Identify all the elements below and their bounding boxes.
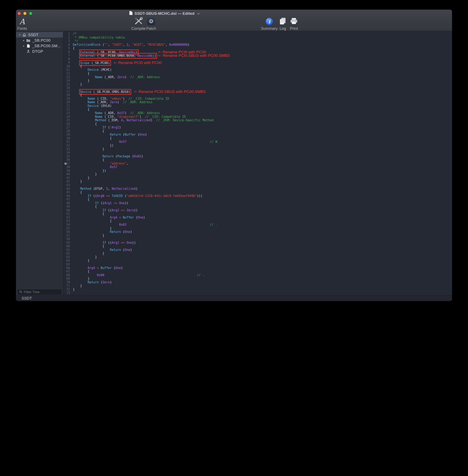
code-line: 20 Name (_ADR, Zero) // _ADR: Address	[63, 101, 452, 104]
code-line: 52 Arg4 = Buffer (One)	[63, 216, 452, 220]
code-line: 61 Return (One)	[63, 248, 452, 252]
line-number: 48	[63, 201, 71, 205]
code-line-content	[71, 58, 73, 61]
title-area: SSDT-SBUS-MCHC.dsl — Edited	[129, 10, 199, 17]
folder-icon	[26, 39, 31, 42]
line-number: 38	[63, 165, 71, 169]
info-icon: i	[266, 18, 273, 25]
sidebar: ▾SSDT▸_SB.PC00▸_SB.PC00.SM...DTGP	[16, 31, 63, 295]
code-line: 15 }	[63, 83, 452, 86]
line-number: 36	[63, 158, 71, 162]
line-number: 17	[63, 90, 71, 94]
sidebar-item-ssdt[interactable]: ▾SSDT	[16, 32, 63, 38]
line-number: 62	[63, 252, 71, 255]
line-number: 58	[63, 237, 71, 241]
code-line: 56 Return (One)	[63, 230, 452, 234]
code-editor[interactable]: 1/*2 * SMBus compatibility table.3 */4De…	[63, 31, 452, 295]
code-line-content: {	[71, 122, 97, 126]
disclosure-icon[interactable]: ▾	[18, 33, 22, 36]
status-path: SSDT	[22, 296, 32, 301]
code-line-content: }	[71, 288, 75, 292]
filter-tree-field[interactable]	[17, 289, 61, 295]
sidebar-tree: ▾SSDT▸_SB.PC00▸_SB.PC00.SM...DTGP	[16, 31, 63, 54]
zoom-button[interactable]	[29, 12, 32, 15]
code-line-content: })	[71, 144, 114, 148]
code-line-content: Device (_SB.PC00.SMBS.BUS0) <- Rename PC…	[71, 90, 206, 94]
line-number: 12	[63, 72, 71, 75]
code-line-content: {	[71, 108, 89, 111]
code-line: 31 0x57 // W	[63, 140, 452, 144]
code-line-content: }	[71, 176, 89, 180]
code-line-content: Name (_CID, "smbus") // _CID: Compatible…	[71, 97, 169, 101]
sidebar-item-sb-pc00[interactable]: ▸_SB.PC00	[16, 38, 63, 43]
sidebar-item-sb-pc00-sm[interactable]: ▸_SB.PC00.SM...	[16, 43, 63, 49]
code-line-content	[71, 86, 73, 90]
patch-button[interactable]: Patch	[142, 17, 160, 31]
code-line-content: Arg4 = Buffer (One)	[71, 216, 145, 220]
line-number: 63	[63, 255, 71, 259]
code-line-content: }	[71, 284, 82, 288]
annotation-box: External (_SB_.PC00.SMBS.BUS0, DeviceObj…	[80, 54, 156, 58]
line-number: 6	[63, 50, 71, 54]
line-number: 71	[63, 284, 71, 288]
close-button[interactable]	[18, 12, 21, 15]
code-line-content: 0x00 // .	[71, 273, 204, 277]
line-number: 61	[63, 248, 71, 252]
code-line-content: Name (_CID, "diagsvault") // _CID: Compa…	[71, 115, 186, 119]
code-line-content: {	[71, 212, 104, 216]
code-line-content	[71, 237, 73, 241]
code-line: 24 Name (_CID, "diagsvault") // _CID: Co…	[63, 115, 452, 119]
print-button[interactable]: Print	[285, 17, 303, 31]
line-number: 42	[63, 180, 71, 183]
filter-input[interactable]	[23, 290, 70, 294]
line-number: 68	[63, 273, 71, 277]
line-number: 9	[63, 61, 71, 65]
code-line-content: */	[71, 39, 78, 43]
line-number: 22	[63, 108, 71, 111]
sidebar-item-dtgp[interactable]: DTGP	[16, 49, 63, 54]
disclosure-icon[interactable]: ▸	[22, 44, 26, 47]
disclosure-icon[interactable]: ▸	[22, 39, 26, 42]
code-line-content: /*	[71, 32, 76, 36]
code-line: 67 {	[63, 270, 452, 273]
code-line: 63 }	[63, 255, 452, 259]
line-number: 69	[63, 277, 71, 281]
document-icon	[129, 11, 133, 16]
line-number: 4	[63, 43, 71, 47]
code-line-content: If ((Arg2 == Zero))	[71, 209, 138, 212]
line-number: 54	[63, 223, 71, 227]
code-line: 21 Device (DVL0)	[63, 104, 452, 108]
line-number: 57	[63, 234, 71, 238]
sidebar-item-label: DTGP	[32, 49, 43, 54]
code-line: 22 {	[63, 108, 452, 111]
line-number: 44	[63, 187, 71, 191]
code-line-content: Name (_ADR, 0x57) // _ADR: Address	[71, 111, 160, 115]
code-line: 68 0x00 // .	[63, 273, 452, 277]
code-line: 16	[63, 86, 452, 90]
code-line: 23 Name (_ADR, 0x57) // _ADR: Address	[63, 111, 452, 115]
code-line-content: {	[71, 270, 89, 273]
code-line-content: {	[71, 219, 112, 223]
code-line-content: If (!Arg2)	[71, 126, 121, 130]
line-number: 70	[63, 281, 71, 284]
code-line: 17 Device (_SB.PC00.SMBS.BUS0) <- Rename…	[63, 90, 452, 94]
code-line: 66 Arg4 = Buffer (One)	[63, 266, 452, 270]
code-line-content: Name (_ADR, Zero) // _ADR: Address	[71, 101, 152, 104]
minimize-button[interactable]	[23, 12, 27, 15]
code-line: 50 If ((Arg2 == Zero))	[63, 209, 452, 212]
code-line-content: {	[71, 137, 112, 140]
code-line: 26 {	[63, 122, 452, 126]
fonts-button[interactable]: A Fonts	[16, 17, 31, 31]
annotation-note: <- Rename PCI0.SBUS with PC00.SMBS	[158, 53, 230, 58]
document-icon	[26, 44, 31, 48]
code-line: 51 {	[63, 212, 452, 216]
line-number: 39	[63, 169, 71, 173]
line-number: 56	[63, 230, 71, 234]
code-line-content: {	[71, 65, 82, 68]
code-line-content: Return (Buffer (One)	[71, 133, 147, 137]
chevron-down-icon[interactable]	[197, 12, 200, 15]
code-line: 1/*	[63, 32, 452, 36]
code-line-content: External (_SB_.PC00.SMBS.BUS0, DeviceObj…	[71, 54, 230, 58]
code-line: 53 {	[63, 219, 452, 223]
code-line: 70 Return (Zero)	[63, 281, 452, 284]
